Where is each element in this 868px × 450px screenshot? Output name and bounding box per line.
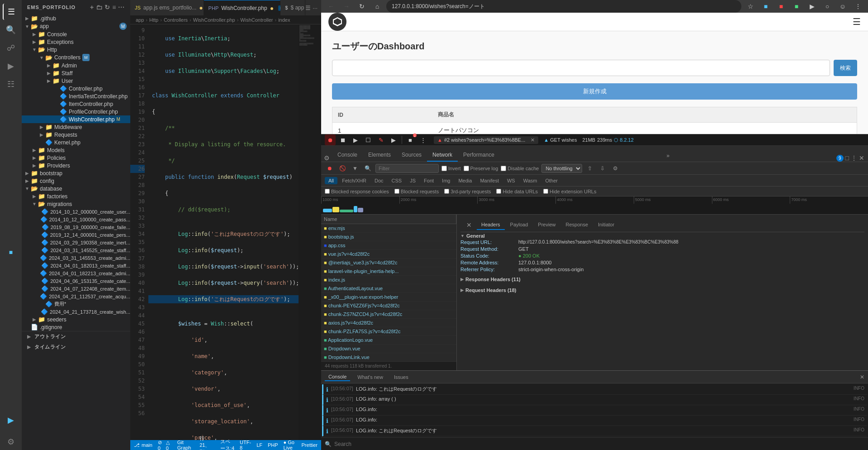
tab-wishcontroller[interactable]: PHP WishController.php ● M ✕ [204, 0, 281, 16]
tree-item-github[interactable]: ▶ 📁 .github [22, 14, 130, 22]
req-row-app-logo[interactable]: ■ ApplicationLogo.vue [321, 336, 456, 345]
breadcrumb-app[interactable]: app [136, 17, 144, 23]
req-row-dropdown[interactable]: ■ Dropdown.vue [321, 345, 456, 353]
net-clear-btn[interactable]: 🚫 [337, 163, 347, 173]
activity-debug[interactable]: ▶ [3, 58, 19, 74]
webpage-search-input[interactable] [332, 60, 830, 76]
devtools-close-icon[interactable]: ✕ [859, 154, 864, 162]
split-editor-icon[interactable]: ☰ [305, 5, 311, 11]
status-git-graph[interactable]: Git Graph [177, 440, 194, 450]
new-folder-icon[interactable]: 🗀 [96, 4, 103, 11]
extension-icon-2[interactable]: ■ [775, 0, 787, 13]
issues-tab[interactable]: Issues [390, 373, 412, 381]
filter-ws[interactable]: WS [503, 177, 519, 184]
hamburger-menu-icon[interactable]: ☰ [853, 16, 861, 27]
tree-item-app[interactable]: ▼ 📂 app M [22, 22, 130, 30]
hide-data-urls-checkbox[interactable] [496, 189, 501, 194]
activity-account[interactable]: ▶ [3, 412, 19, 428]
general-section-header[interactable]: ▼ General [460, 232, 864, 239]
detail-tab-preview[interactable]: Preview [533, 220, 560, 230]
devtools-more-tabs[interactable]: » [663, 150, 674, 162]
address-bar[interactable]: 127.0.0.1:8000/wishes?search=ノート [386, 0, 741, 13]
status-errors[interactable]: ⊘ 0△ 0 [158, 440, 172, 450]
preserve-log-checkbox[interactable] [464, 166, 469, 171]
devtools-tab-console[interactable]: Console [332, 149, 363, 162]
tree-item-migration-1[interactable]: 🔷 2014_10_12_000000_create_user... [22, 208, 130, 215]
activity-settings[interactable]: ⚙ [3, 434, 19, 450]
response-headers-toggle[interactable]: ▶ Response Headers (11) [460, 276, 864, 283]
req-row-bootstrap[interactable]: ■ bootstrap.js [321, 233, 456, 241]
tree-item-bootstrap[interactable]: ▶ 📁 bootstrap [22, 169, 130, 177]
status-encoding[interactable]: UTF-8 [240, 435, 251, 450]
close-request-bar[interactable]: ✕ [531, 137, 535, 143]
tree-item-providers[interactable]: ▶ 📁 Providers [22, 162, 130, 169]
throttle-select[interactable]: No throttling [541, 164, 582, 173]
activity-explorer[interactable]: ☰ [3, 4, 19, 20]
close-console-btn[interactable]: ✕ [860, 374, 864, 380]
hide-btn[interactable]: ■ 2 [405, 134, 416, 145]
nav-btn[interactable]: ▶ [388, 134, 399, 145]
tree-item-user[interactable]: ▶ 📁 User [22, 77, 130, 85]
breadcrumb-class[interactable]: WishController [240, 17, 273, 23]
status-go-live[interactable]: ● Go Live [284, 435, 296, 450]
tree-item-middleware[interactable]: ▶ 📁 Middleware [22, 123, 130, 131]
request-headers-toggle[interactable]: ▶ Request Headers (18) [460, 287, 864, 294]
activity-search[interactable]: 🔍 [3, 22, 19, 38]
tree-item-migration-10[interactable]: 🔷 2024_04_06_153135_create_cate... [22, 277, 130, 285]
activity-extensions[interactable]: ☷ [3, 76, 19, 92]
more-tabs-icon[interactable]: ··· [313, 5, 318, 11]
code-editor-area[interactable]: 9101112 13141516 17181920 21222324 25262… [130, 24, 321, 440]
export-btn[interactable]: ⇩ [598, 163, 607, 173]
filter-fetch-xhr[interactable]: Fetch/XHR [338, 177, 370, 184]
activity-remote[interactable]: ■ [3, 244, 19, 260]
tree-item-policies[interactable]: ▶ 📁 Policies [22, 154, 130, 162]
tree-item-migration-7[interactable]: 🔷 2024_03_31_145553_create_admi... [22, 254, 130, 262]
console-tab[interactable]: Console [325, 373, 350, 381]
tree-item-profile-controller[interactable]: 🔷 ProfileController.php [22, 108, 130, 115]
extension-icon-5[interactable]: ○ [821, 0, 834, 13]
more-menu-icon[interactable]: ⋮ [852, 0, 864, 13]
new-file-icon[interactable]: + [90, 4, 94, 11]
new-create-button[interactable]: 新規作成 [332, 83, 857, 100]
hide-extension-urls-checkbox[interactable] [543, 189, 548, 194]
req-row-vite-plugin[interactable]: ■ laravel-vite-plugin_inertia-help... [321, 267, 456, 276]
tree-item-factories[interactable]: ▶ 📁 factories [22, 192, 130, 200]
more-icon[interactable]: ··· [118, 4, 125, 11]
blocked-cookies-checkbox[interactable] [325, 189, 330, 194]
devtools-settings-icon[interactable]: ⚙ [321, 154, 332, 162]
tree-item-admin[interactable]: ▶ 📁 Admin [22, 62, 130, 69]
net-search-btn[interactable]: 🔍 [363, 163, 373, 173]
forward-button[interactable]: → [340, 0, 353, 13]
req-row-inertia-vue3[interactable]: ■ @inertiajs_vue3.js?v=4cd28f2c [321, 259, 456, 267]
tree-item-http[interactable]: ▼ 📂 Http [22, 46, 130, 53]
activity-git[interactable]: ☍ [3, 40, 19, 56]
tree-item-seeders[interactable]: ▶ 📁 seeders [22, 316, 130, 323]
stop-record-btn[interactable]: ⏹ [337, 134, 348, 145]
status-eol[interactable]: LF [256, 435, 262, 450]
filter-all[interactable]: All [325, 177, 337, 184]
req-row-chunk-pzl[interactable]: ■ chunk-PZLFA75S.js?v=4cd28f2c [321, 327, 456, 336]
console-search-input[interactable] [334, 441, 864, 447]
net-filter-input[interactable] [375, 164, 439, 173]
req-row-chunk-pey[interactable]: ■ chunk-PEY6ZZ6Fjs?v=4cd28f2c [321, 302, 456, 310]
whats-new-tab[interactable]: What's new [354, 373, 387, 381]
user-icon[interactable]: ☺ [836, 0, 849, 13]
breadcrumb-method[interactable]: index [278, 17, 290, 23]
req-row-axios[interactable]: ■ axios.js?v=4cd28f2c [321, 319, 456, 327]
tree-item-migration-6[interactable]: 🔷 2024_03_31_145525_create_staff... [22, 246, 130, 254]
record-btn[interactable]: ⏺ [325, 134, 336, 145]
tab-app-terminal[interactable]: $ $ app [280, 0, 305, 16]
filter-manifest[interactable]: Manifest [476, 177, 503, 184]
reload-button[interactable]: ↻ [356, 0, 368, 13]
tree-item-migration-13[interactable]: 🔷 費用* [22, 300, 130, 308]
status-line-col[interactable]: 行 21、列 9 [199, 435, 215, 450]
tree-section-outline[interactable]: ▶ アウトライン [22, 331, 130, 342]
tree-item-migrations[interactable]: ▼ 📂 migrations [22, 200, 130, 208]
filter-doc[interactable]: Doc [371, 177, 387, 184]
table-row[interactable]: 1 ノートパソコン [332, 123, 857, 134]
settings-btn[interactable]: ⚙ [610, 163, 620, 173]
tree-item-controller-php[interactable]: 🔷 Controller.php [22, 85, 130, 92]
tree-item-config[interactable]: ▶ 📁 config [22, 177, 130, 185]
status-language[interactable]: PHP [268, 435, 278, 450]
home-button[interactable]: ⌂ [371, 0, 384, 13]
